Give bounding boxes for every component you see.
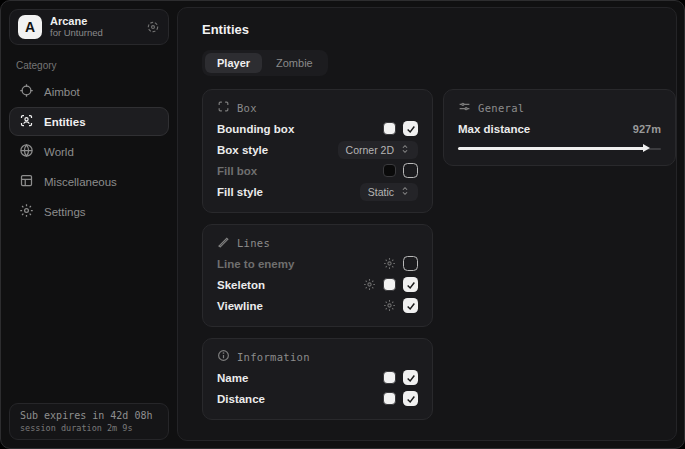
- max-distance-value: 927m: [633, 123, 661, 135]
- main-panel: Entities Player Zombie Box Bounding box: [177, 7, 677, 441]
- bounding-box-checkbox[interactable]: [403, 121, 418, 136]
- box-section: Box Bounding box Box style Corner 2D: [202, 89, 433, 213]
- chevrons-up-down-icon: [400, 144, 410, 156]
- section-title: Information: [237, 351, 310, 363]
- setting-row-viewline: Viewline: [217, 295, 418, 316]
- section-title: Box: [237, 102, 257, 114]
- general-section: General Max distance 927m: [443, 89, 676, 166]
- gear-icon: [19, 203, 34, 220]
- sidebar-item-label: Miscellaneous: [44, 176, 117, 188]
- crosshair-icon: [19, 83, 34, 100]
- tab-zombie[interactable]: Zombie: [264, 53, 325, 73]
- color-swatch[interactable]: [383, 371, 396, 384]
- line-to-enemy-checkbox[interactable]: [403, 256, 418, 271]
- sidebar-item-label: Settings: [44, 206, 86, 218]
- section-title: Lines: [237, 237, 270, 249]
- sub-expiry-text: Sub expires in 42d 08h: [20, 410, 158, 421]
- fill-style-dropdown[interactable]: Static: [360, 183, 418, 201]
- setting-row-skeleton: Skeleton: [217, 274, 418, 295]
- sidebar-item-label: Entities: [44, 116, 86, 128]
- sidebar-item-settings[interactable]: Settings: [9, 197, 169, 226]
- setting-label: Line to enemy: [217, 258, 294, 270]
- setting-row-bounding-box: Bounding box: [217, 118, 418, 139]
- sidebar-item-aimbot[interactable]: Aimbot: [9, 77, 169, 106]
- information-section: Information Name Distance: [202, 338, 433, 420]
- app-subtitle: for Unturned: [50, 28, 138, 39]
- sidebar-item-entities[interactable]: Entities: [9, 107, 169, 136]
- setting-label: Fill box: [217, 165, 257, 177]
- pencil-line-icon: [217, 234, 230, 252]
- fill-box-checkbox[interactable]: [403, 163, 418, 178]
- app-window: A Arcane for Unturned Category Aimbot En…: [0, 0, 685, 449]
- sidebar: A Arcane for Unturned Category Aimbot En…: [1, 1, 177, 448]
- setting-row-name: Name: [217, 367, 418, 388]
- session-duration-text: session duration 2m 9s: [20, 423, 158, 433]
- color-swatch[interactable]: [383, 164, 396, 177]
- color-swatch[interactable]: [383, 122, 396, 135]
- scan-box-icon: [217, 99, 230, 117]
- entity-tabs: Player Zombie: [202, 50, 328, 76]
- user-scan-icon: [19, 113, 34, 130]
- setting-label: Skeleton: [217, 279, 265, 291]
- grid-icon: [19, 173, 34, 190]
- setting-label: Box style: [217, 144, 268, 156]
- settings-gear-icon[interactable]: [383, 257, 396, 270]
- viewline-checkbox[interactable]: [403, 298, 418, 313]
- name-checkbox[interactable]: [403, 370, 418, 385]
- sidebar-item-label: World: [44, 146, 74, 158]
- setting-row-distance: Distance: [217, 388, 418, 409]
- setting-label: Distance: [217, 393, 265, 405]
- setting-label: Viewline: [217, 300, 263, 312]
- box-style-dropdown[interactable]: Corner 2D: [338, 141, 418, 159]
- lines-section: Lines Line to enemy Skeleton: [202, 224, 433, 327]
- setting-row-fill-box: Fill box: [217, 160, 418, 181]
- slider-thumb[interactable]: [643, 144, 650, 152]
- tab-player[interactable]: Player: [205, 53, 262, 73]
- setting-row-line-to-enemy: Line to enemy: [217, 253, 418, 274]
- setting-label: Name: [217, 372, 248, 384]
- max-distance-fill: [458, 147, 645, 150]
- app-logo-card: A Arcane for Unturned: [9, 9, 169, 45]
- sidebar-item-miscellaneous[interactable]: Miscellaneous: [9, 167, 169, 196]
- chevrons-up-down-icon: [400, 186, 410, 198]
- setting-row-fill-style: Fill style Static: [217, 181, 418, 202]
- settings-gear-icon[interactable]: [383, 299, 396, 312]
- skeleton-checkbox[interactable]: [403, 277, 418, 292]
- dropdown-value: Static: [368, 186, 394, 198]
- color-swatch[interactable]: [383, 278, 396, 291]
- info-icon: [217, 348, 230, 366]
- sidebar-item-world[interactable]: World: [9, 137, 169, 166]
- setting-label: Max distance: [458, 123, 530, 135]
- color-swatch[interactable]: [383, 392, 396, 405]
- sidebar-item-label: Aimbot: [44, 86, 80, 98]
- distance-checkbox[interactable]: [403, 391, 418, 406]
- section-title: General: [478, 102, 524, 114]
- setting-row-box-style: Box style Corner 2D: [217, 139, 418, 160]
- category-label: Category: [16, 60, 169, 71]
- app-name: Arcane: [50, 15, 138, 28]
- setting-row-max-distance: Max distance 927m: [458, 118, 661, 139]
- setting-label: Fill style: [217, 186, 263, 198]
- globe-icon: [19, 143, 34, 160]
- sliders-icon: [458, 99, 471, 117]
- sync-icon[interactable]: [146, 20, 160, 34]
- subscription-card: Sub expires in 42d 08h session duration …: [9, 403, 169, 440]
- settings-gear-icon[interactable]: [363, 278, 376, 291]
- setting-label: Bounding box: [217, 123, 294, 135]
- dropdown-value: Corner 2D: [346, 144, 394, 156]
- page-title: Entities: [202, 22, 676, 37]
- max-distance-slider[interactable]: [458, 143, 661, 155]
- app-logo: A: [18, 15, 42, 39]
